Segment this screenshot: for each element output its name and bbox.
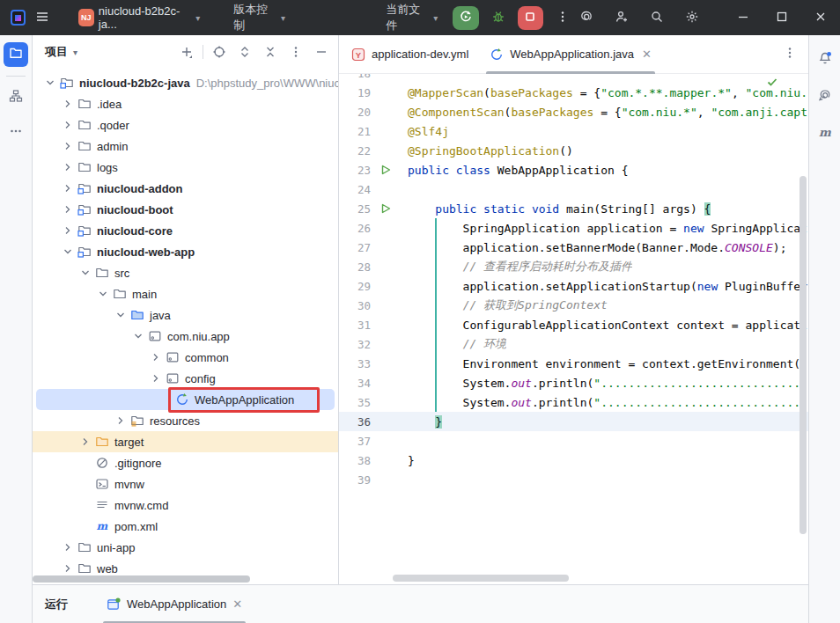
chevron-right-icon[interactable] [59,224,77,238]
ai-chat-tool-button[interactable] [813,84,837,109]
editor-tab-application-dev-yml[interactable]: Yapplication-dev.yml [341,35,479,74]
close-icon[interactable]: ✕ [232,597,242,611]
editor-horizontal-scrollbar[interactable] [393,575,569,582]
project-panel-title[interactable]: 项目 [45,44,68,60]
debug-button[interactable] [487,5,510,30]
more-tool-windows-button[interactable] [4,121,28,145]
stop-button[interactable] [518,6,544,30]
gutter-spacer [376,121,395,141]
maximize-button[interactable] [763,0,801,35]
gutter-spacer [376,354,395,373]
tree-item-com-niu-app[interactable]: com.niu.app [33,326,338,347]
chevron-down-icon[interactable] [112,308,129,322]
project-toolbar-collapse-all-button[interactable] [261,42,280,62]
settings-button[interactable] [680,5,704,30]
editor-gutter: 28 [339,257,399,276]
code-with-me-button[interactable] [609,5,634,30]
code-line-28: 28 // 查看程序启动耗时分布及插件 [339,257,808,276]
tree-item-common[interactable]: common [33,347,338,368]
tree-item-logs[interactable]: logs [33,157,338,178]
line-number: 38 [339,454,371,467]
tree-item-niucloud-addon[interactable]: niucloud-addon [33,178,338,199]
chevron-right-icon[interactable] [59,540,77,554]
editor-vertical-scrollbar[interactable] [799,176,807,534]
run-line-button[interactable] [376,160,395,180]
main-menu-button[interactable] [31,5,54,30]
code-editor[interactable]: 1819@MapperScan(basePackages = {"com.*.*… [339,74,808,584]
chevron-right-icon[interactable] [59,181,77,195]
tree-item-src[interactable]: src [33,262,338,283]
minimize-icon [736,10,750,26]
run-more-button[interactable] [551,5,574,30]
editor-gutter: 36 [339,412,399,431]
run-config-selector[interactable]: 当前文件 ▾ [379,4,445,31]
tree-item-niucloud-web-app[interactable]: niucloud-web-app [33,241,338,262]
close-button[interactable] [801,0,840,35]
tree-item-config[interactable]: config [33,368,338,389]
tree-item-idea[interactable]: .idea [33,93,338,114]
chevron-right-icon[interactable] [59,118,77,132]
chevron-down-icon[interactable] [129,329,147,343]
close-icon[interactable]: ✕ [642,48,652,61]
project-toolbar-kebab-button[interactable] [286,42,306,62]
code-line-34: 34 System.out.println(".................… [339,373,808,392]
notifications-button[interactable] [813,48,837,72]
code-line-text: ConfigurableApplicationContext context =… [399,319,807,332]
project-selector[interactable]: NJ niucloud-b2b2c-ja... ▾ [71,4,208,31]
project-horizontal-scrollbar[interactable] [33,575,250,583]
tree-item-niucloud-boot[interactable]: niucloud-boot [33,199,338,220]
run-tab-webappapplication[interactable]: WebAppApplication ✕ [98,585,251,623]
chevron-right-icon[interactable] [59,139,77,153]
chevron-right-icon[interactable] [59,160,77,174]
ai-assistant-button[interactable] [574,5,599,30]
tree-item-mvnw-cmd[interactable]: mvnw.cmd [33,495,338,516]
chevron-down-icon[interactable] [59,245,77,259]
project-toolbar-add-button[interactable] [177,42,196,62]
run-tool-window-title[interactable]: 运行 [45,597,68,612]
tree-item-pom-xml[interactable]: mpom.xml [33,516,338,537]
tree-item-main[interactable]: main [33,283,338,304]
chevron-right-icon[interactable] [59,202,77,216]
chevron-right-icon[interactable] [59,97,77,111]
tab-options-button[interactable] [780,45,799,64]
tree-item-resources[interactable]: resources [33,410,338,431]
maven-tool-button[interactable]: m [813,121,837,146]
tree-item-webappapplication[interactable]: WebAppApplication [36,389,335,410]
vcs-widget[interactable]: 版本控制 ▾ [226,4,292,31]
chevron-right-icon[interactable] [77,435,94,449]
tree-item-mvnw[interactable]: mvnw [33,473,338,495]
editor-gutter: 27 [339,238,399,257]
search-everywhere-button[interactable] [645,5,669,30]
tree-item-java[interactable]: java [33,304,338,326]
inspections-ok-icon[interactable] [766,76,778,91]
more-icon [9,124,23,142]
rerun-button[interactable] [453,6,479,30]
run-line-button[interactable] [376,199,395,218]
project-toolbar-expand-all-button[interactable] [235,42,254,62]
chevron-down-icon[interactable] [94,287,112,301]
gear-icon [685,10,699,26]
chevron-down-icon[interactable] [77,266,94,280]
editor-gutter: 25 [339,199,399,218]
project-toolbar-locate-button[interactable] [210,42,229,62]
tree-item-target[interactable]: target [33,431,338,452]
tree-item-uni-app[interactable]: uni-app [33,537,338,558]
tree-item-niucloud-b2b2c-java[interactable]: niucloud-b2b2c-javaD:\phpstudy_pro\WWW\n… [33,72,338,93]
editor-tab-webappapplication-java[interactable]: WebAppApplication.java✕ [479,35,662,74]
tree-item-gitignore[interactable]: .gitignore [33,452,338,473]
minimize-button[interactable] [724,0,763,35]
project-toolbar-minus-button[interactable] [312,42,331,62]
chevron-right-icon[interactable] [112,414,129,428]
chevron-right-icon[interactable] [147,371,165,385]
structure-tool-button[interactable] [4,85,28,110]
tree-item-qoder[interactable]: .qoder [33,114,338,136]
chevron-right-icon[interactable] [59,561,77,575]
project-tool-button[interactable] [4,42,28,67]
editor-gutter: 39 [339,470,399,489]
chevron-down-icon[interactable] [41,76,59,90]
tree-item-admin[interactable]: admin [33,136,338,157]
tree-item-niucloud-core[interactable]: niucloud-core [33,220,338,241]
code-line-text: } [399,454,415,467]
chevron-right-icon[interactable] [147,350,165,364]
code-line-text: // 获取到SpringContext [399,297,608,313]
